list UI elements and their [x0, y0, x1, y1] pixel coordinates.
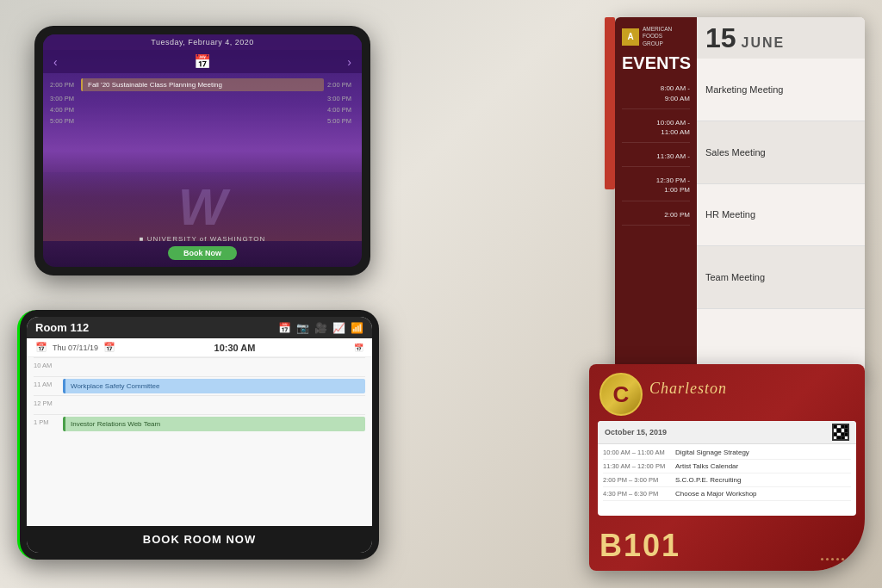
room-current-time: 10:30 AM	[214, 343, 256, 353]
charleston-logo: C	[599, 373, 643, 416]
uw-schedule: 2:00 PM Fall '20 Sustainable Class Plann…	[43, 77, 362, 127]
uw-footer: ■ UNIVERSITY of WASHINGTON Book Now	[43, 235, 362, 260]
charleston-event-3-name: S.C.O.P.E. Recruiting	[675, 476, 741, 484]
qr-14	[837, 436, 840, 439]
afg-red-accent-bar	[605, 17, 615, 189]
afg-event-1-name: Marketing Meeting	[705, 84, 784, 95]
afg-time-3: 11:30 AM -	[622, 146, 690, 167]
room-screen: Room 112 📅 📷 🎥 📈 📶 📅 Thu 07/11/19 📅 10:3…	[27, 317, 372, 553]
room-icons: 📅 📷 🎥 📈 📶	[278, 322, 363, 334]
room-photo-icon: 📷	[296, 322, 309, 334]
uw-date: Tuesday, February 4, 2020	[151, 38, 254, 46]
room-1pm-content: Investor Relations Web Team	[63, 417, 365, 433]
uw-calendar-icon[interactable]: 📅	[194, 53, 211, 70]
room-calendar-area: 10 AM 11 AM Workplace Safety Committee 1…	[27, 357, 372, 526]
afg-event-3-name: HR Meeting	[705, 209, 755, 220]
afg-events-list: Marketing Meeting Sales Meeting HR Meeti…	[697, 59, 865, 372]
qr-6	[837, 429, 840, 431]
uw-event-1: Fall '20 Sustainable Class Planning Meet…	[81, 78, 324, 91]
qr-13	[834, 436, 836, 439]
room-date-icon: 📅	[35, 342, 47, 353]
uw-row-4: 5:00 PM 5:00 PM	[50, 115, 355, 127]
uw-nav-bar: ‹ 📅 ›	[43, 50, 362, 73]
room-date: Thu 07/11/19	[53, 344, 98, 352]
afg-logo-text: AMERICANFOODSGROUP	[643, 26, 672, 47]
room-chart-icon: 📈	[332, 322, 345, 334]
room-book-button[interactable]: BOOK ROOM NOW	[27, 526, 372, 553]
charleston-top: C Charleston	[589, 364, 865, 416]
charleston-screen: October 15, 2019	[598, 421, 856, 516]
charleston-footer: B101	[589, 524, 865, 571]
afg-main: 15 JUNE Marketing Meeting Sales Meeting …	[697, 17, 865, 379]
uw-time-2: 3:00 PM	[50, 95, 78, 102]
uw-brand: ■ UNIVERSITY of WASHINGTON	[140, 235, 266, 243]
braille-6	[847, 558, 849, 560]
room-slot-12pm: 12 PM	[34, 395, 365, 414]
afg-time-4: 12:30 PM -1:00 PM	[622, 170, 690, 201]
charleston-event-4: 4:30 PM – 6:30 PM Choose a Major Worksho…	[603, 487, 851, 501]
qr-8	[845, 429, 848, 431]
room-12pm-label: 12 PM	[34, 398, 59, 407]
uw-book-button[interactable]: Book Now	[168, 246, 237, 260]
afg-logo-icon: A	[622, 28, 639, 46]
uw-screen: Tuesday, February 4, 2020 ‹ 📅 › 2:00 PM …	[43, 34, 362, 267]
afg-events-label: EVENTS	[622, 54, 690, 71]
uw-next-arrow[interactable]: ›	[347, 55, 351, 69]
room-header: Room 112 📅 📷 🎥 📈 📶	[27, 317, 372, 338]
room-11am-content: Workplace Safety Committee	[63, 379, 365, 395]
afg-date-header: 15 JUNE	[697, 17, 865, 59]
afg-event-3: HR Meeting	[697, 184, 865, 247]
uw-time-3b: 4:00 PM	[327, 106, 355, 114]
afg-event-2-name: Sales Meeting	[705, 147, 766, 158]
charleston-screen-date: October 15, 2019	[605, 428, 667, 436]
afg-time-5: 2:00 PM	[622, 205, 690, 226]
afg-event-4-name: Team Meeting	[705, 272, 765, 282]
afg-event-4: Team Meeting	[697, 246, 865, 309]
charleston-event-3: 2:00 PM – 3:00 PM S.C.O.P.E. Recruiting	[603, 473, 851, 487]
uw-w-logo: W	[178, 177, 227, 237]
charleston-braille	[821, 558, 854, 560]
afg-event-1: Marketing Meeting	[697, 59, 865, 121]
charleston-event-1: 10:00 AM – 11:00 AM Digital Signage Stra…	[603, 446, 851, 460]
qr-11	[842, 433, 844, 436]
uw-bg-image: W	[43, 172, 362, 241]
uw-prev-arrow[interactable]: ‹	[53, 55, 58, 69]
qr-4	[845, 425, 848, 428]
room-calendar-icon: 📅	[278, 322, 291, 334]
room-event-2: Investor Relations Web Team	[63, 417, 365, 431]
afg-panel: A AMERICANFOODSGROUP EVENTS 8:00 AM -9:0…	[615, 17, 865, 379]
room-tablet: Room 112 📅 📷 🎥 📈 📶 📅 Thu 07/11/19 📅 10:3…	[17, 310, 379, 560]
room-event-1: Workplace Safety Committee	[63, 379, 365, 393]
uw-time-2b: 3:00 PM	[327, 95, 355, 102]
qr-7	[842, 429, 844, 431]
qr-12	[845, 433, 848, 436]
room-11am-label: 11 AM	[34, 379, 59, 388]
charleston-events-list: 10:00 AM – 11:00 AM Digital Signage Stra…	[598, 444, 856, 516]
uw-time-3: 4:00 PM	[50, 106, 78, 114]
charleston-time-1: 10:00 AM – 11:00 AM	[603, 449, 672, 456]
room-video-icon: 🎥	[314, 322, 327, 334]
qr-15	[842, 436, 844, 439]
room-slot-10am: 10 AM	[34, 357, 365, 376]
afg-sidebar: A AMERICANFOODSGROUP EVENTS 8:00 AM -9:0…	[615, 17, 697, 379]
uw-time-1b: 2:00 PM	[327, 81, 355, 89]
qr-9	[834, 433, 836, 436]
qr-5	[834, 429, 836, 431]
charleston-qr-code	[832, 424, 849, 441]
room-date-left: 📅 Thu 07/11/19 📅	[35, 342, 115, 353]
braille-5	[842, 558, 844, 560]
room-title: Room 112	[35, 321, 89, 334]
afg-time-2: 10:00 AM -11:00 AM	[622, 113, 690, 143]
braille-7	[852, 558, 854, 560]
uw-time-4b: 5:00 PM	[327, 117, 355, 125]
room-slot-11am: 11 AM Workplace Safety Committee	[34, 376, 365, 395]
braille-4	[836, 558, 839, 560]
room-wifi-icon: 📶	[351, 322, 363, 334]
charleston-room-number: B101	[599, 528, 680, 564]
charleston-event-2: 11:30 AM – 12:00 PM Artist Talks Calenda…	[603, 460, 851, 473]
uw-time-4: 5:00 PM	[50, 117, 78, 125]
uw-tablet: Tuesday, February 4, 2020 ‹ 📅 › 2:00 PM …	[34, 26, 370, 275]
charleston-panel: C Charleston October 15, 2019	[589, 364, 865, 571]
qr-10	[837, 433, 840, 436]
afg-event-5	[697, 309, 865, 372]
